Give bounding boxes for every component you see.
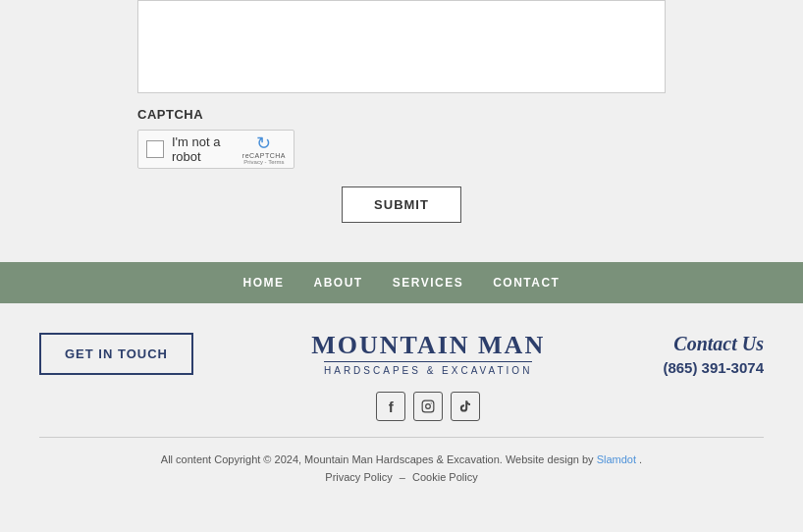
copyright-period: . — [639, 453, 642, 465]
copyright-text: All content Copyright © 2024, Mountain M… — [39, 452, 764, 469]
message-textarea[interactable] — [137, 0, 666, 93]
footer-left: GET IN TOUCH — [39, 333, 193, 375]
svg-rect-0 — [422, 400, 434, 412]
get-in-touch-button[interactable]: GET IN TOUCH — [39, 333, 193, 375]
svg-point-1 — [426, 404, 431, 409]
recaptcha-label: reCAPTCHA — [242, 152, 286, 159]
slamdot-link[interactable]: Slamdot — [597, 453, 636, 465]
logo-title: MOUNTAIN MAN — [311, 333, 545, 358]
privacy-policy-link[interactable]: Privacy Policy — [325, 471, 392, 483]
policy-separator: – — [400, 471, 405, 483]
recaptcha-icon: ↻ — [256, 134, 271, 152]
cookie-policy-link[interactable]: Cookie Policy — [412, 471, 478, 483]
footer-main: GET IN TOUCH MOUNTAIN MAN HARDSCAPES & E… — [39, 333, 764, 421]
nav-item-about[interactable]: ABOUT — [314, 276, 363, 290]
footer-right: Contact Us (865) 391-3074 — [663, 333, 764, 376]
nav-item-services[interactable]: SERVICES — [393, 276, 463, 290]
facebook-icon[interactable]: f — [376, 392, 405, 421]
contact-us-title: Contact Us — [673, 333, 764, 355]
recaptcha-logo: ↻ reCAPTCHA Privacy - Terms — [242, 134, 286, 165]
nav-bar: HOME ABOUT SERVICES CONTACT — [0, 262, 803, 303]
policy-links: Privacy Policy – Cookie Policy — [39, 471, 764, 483]
form-section: CAPTCHA I'm not a robot ↻ reCAPTCHA Priv… — [0, 0, 803, 252]
recaptcha-links: Privacy - Terms — [243, 159, 284, 165]
svg-point-2 — [431, 402, 432, 403]
footer: GET IN TOUCH MOUNTAIN MAN HARDSCAPES & E… — [0, 303, 803, 503]
captcha-label: CAPTCHA — [137, 107, 666, 122]
logo-container: MOUNTAIN MAN HARDSCAPES & EXCAVATION — [311, 333, 545, 376]
captcha-checkbox[interactable] — [146, 140, 164, 158]
nav-item-contact[interactable]: CONTACT — [493, 276, 560, 290]
footer-center: MOUNTAIN MAN HARDSCAPES & EXCAVATION f — [311, 333, 545, 421]
logo-subtitle: HARDSCAPES & EXCAVATION — [324, 361, 532, 376]
contact-phone: (865) 391-3074 — [663, 359, 764, 376]
footer-bottom: All content Copyright © 2024, Mountain M… — [39, 437, 764, 483]
captcha-text: I'm not a robot — [172, 134, 235, 164]
tiktok-icon[interactable] — [451, 392, 480, 421]
submit-button[interactable]: SUBMIT — [342, 186, 461, 223]
nav-item-home[interactable]: HOME — [243, 276, 285, 290]
copyright-main: All content Copyright © 2024, Mountain M… — [161, 453, 594, 465]
captcha-widget[interactable]: I'm not a robot ↻ reCAPTCHA Privacy - Te… — [137, 130, 294, 169]
social-icons: f — [376, 392, 480, 421]
submit-wrapper: SUBMIT — [137, 186, 666, 223]
instagram-icon[interactable] — [413, 392, 443, 421]
